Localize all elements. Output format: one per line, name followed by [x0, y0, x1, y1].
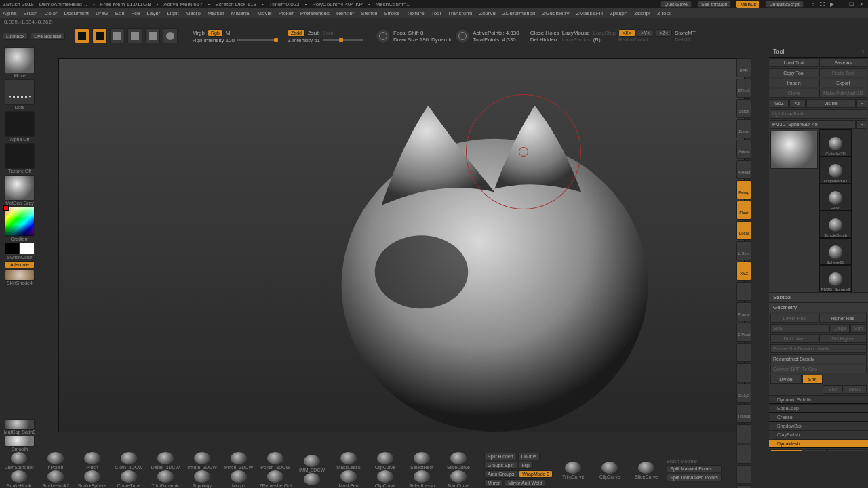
close-icon[interactable]: ✕ [857, 1, 865, 7]
brush-zremeshergui[interactable]: ZRemesherGui [259, 483, 291, 488]
vicon-local[interactable]: Local [736, 221, 751, 240]
liveboolean-button[interactable]: Live Boolean [31, 33, 64, 40]
closeholes-button[interactable]: Close Holes [530, 30, 559, 36]
menu-brush[interactable]: Brush [23, 10, 37, 16]
menu-zscript[interactable]: Zscript [634, 10, 650, 16]
menu-layer[interactable]: Layer [146, 10, 160, 16]
storemt-button[interactable]: StoreMT [675, 30, 696, 36]
vicon-xyz[interactable]: XYZ [736, 262, 751, 281]
flip-button[interactable]: Flip [519, 462, 533, 469]
clone-button[interactable]: Clone [770, 89, 818, 98]
suv-button[interactable]: Suv [823, 385, 843, 394]
reuv-button[interactable]: ReUV [844, 385, 867, 394]
sdiv-slider[interactable]: SDiv [770, 324, 830, 333]
vicon-scroll[interactable]: Scroll [736, 99, 751, 118]
switchcolor-label[interactable]: SwitchColor [7, 255, 32, 260]
goz-r-button[interactable]: R [856, 99, 867, 108]
divide-button[interactable]: Divide [770, 375, 802, 384]
max-icon[interactable]: ☐ [848, 1, 856, 7]
vicon-blank[interactable] [736, 282, 751, 301]
del-higher-button[interactable]: Del Higher [819, 334, 867, 343]
import-button[interactable]: Import [770, 79, 818, 87]
vicon-actual[interactable]: Actual [736, 140, 751, 159]
vicon-blank[interactable] [736, 343, 751, 362]
wrapmode-button[interactable]: WrapMode 0 [519, 470, 553, 478]
dynamesh-button[interactable]: DynaMesh [770, 449, 803, 451]
splithidden-button[interactable]: Split Hidden [484, 453, 517, 460]
rgb-intensity-slider[interactable] [237, 39, 278, 41]
brush-snakesphere[interactable]: SnakeSphere [78, 483, 106, 488]
goz-button[interactable]: GoZ [770, 99, 789, 108]
menu-material[interactable]: Material [231, 10, 250, 16]
smt2-button[interactable]: Smt [802, 375, 823, 384]
active-tool-thumbnail[interactable] [770, 131, 818, 169]
geometry-section[interactable]: Geometry [769, 302, 868, 312]
menu-alpha[interactable]: Alpha [3, 10, 16, 16]
menu-render[interactable]: Render [336, 10, 354, 16]
dynamic-label[interactable]: Dynamic [431, 37, 452, 43]
stroke-preview[interactable] [5, 79, 35, 105]
brush-snakehook2[interactable]: SnakeHook2 [42, 483, 69, 488]
brush-snakehook[interactable]: SnakeHook [7, 483, 31, 488]
saveas-button[interactable]: Save As [819, 58, 868, 67]
menu-transform[interactable]: Transform [448, 10, 472, 16]
gizmo-icon[interactable] [163, 28, 178, 43]
double-button[interactable]: Double [518, 453, 540, 460]
groupssplit-button[interactable]: Groups Split [484, 462, 517, 469]
clipcurve-button[interactable]: ClipCurve [599, 474, 620, 479]
vicon-floor[interactable]: Floor [736, 201, 751, 220]
menu-zdeformation[interactable]: ZDeformation [502, 10, 535, 16]
vicon-l-sym[interactable]: L.Sym [736, 241, 751, 260]
menu-color[interactable]: Color [44, 10, 57, 16]
subtool-section[interactable]: Subtool [769, 292, 868, 302]
brush-preview[interactable] [5, 47, 35, 73]
brush-pinch[interactable]: Pinch [86, 465, 98, 470]
quicksave-button[interactable]: QuickSave [660, 1, 692, 8]
menu-stencil[interactable]: Stencil [361, 10, 377, 16]
lightbox-tools-button[interactable]: Lightbox▸Tools [770, 109, 867, 119]
tool-name-field[interactable]: PM3D_Sphere3D. 49 [770, 120, 856, 129]
ysym-button[interactable]: >Y< [637, 29, 654, 37]
menu-preferences[interactable]: Preferences [300, 10, 330, 16]
edgeloop-section[interactable]: EdgeLoop [769, 404, 868, 413]
del-lower-button[interactable]: Del Lower [770, 334, 818, 343]
expand-icon[interactable]: ⛶ [818, 1, 827, 7]
menu-zmask&fill[interactable]: ZMask&Fill [576, 10, 603, 16]
vicon-spix-3[interactable]: SPix 3 [736, 79, 751, 98]
brush-cloth_3dcw[interactable]: Cloth_3DCW [115, 465, 143, 470]
menus-toggle[interactable]: Menus [736, 1, 760, 8]
brush-masklasso[interactable]: MaskLasso [336, 465, 360, 470]
export-button[interactable]: Export [819, 79, 868, 87]
zadd-button[interactable]: Zadd [288, 29, 305, 37]
vicon-blank[interactable] [736, 424, 751, 443]
smt-button[interactable]: Smt [850, 324, 867, 333]
polish-button[interactable]: Polish [827, 449, 867, 451]
higher-res-button[interactable]: Higher Res [819, 314, 867, 323]
brush-imm_3dcw[interactable]: IMM_3DCW [299, 468, 325, 472]
zsub-label[interactable]: Zsub [308, 30, 320, 36]
tool-polymesh3d[interactable]: PolyMesh3D [819, 157, 852, 184]
alternate-button[interactable]: Alternate [5, 261, 35, 268]
scale-icon[interactable] [127, 28, 142, 43]
dynamesh-section[interactable]: DynaMesh [769, 439, 868, 448]
foreground-background-swatch[interactable] [5, 243, 35, 255]
vicon-bpr[interactable]: BPR [736, 58, 751, 77]
brush-clipcurve[interactable]: ClipCurve [375, 465, 396, 470]
brush-polish_3dcw[interactable]: Polish_3DCW [260, 465, 290, 470]
delhidden-button[interactable]: Del Hidden [530, 37, 559, 43]
brush-selectlasso[interactable]: SelectLasso [409, 483, 435, 488]
m-label[interactable]: M [226, 30, 231, 36]
menu-zplugin[interactable]: Zplugin [610, 10, 627, 16]
menu-ztool[interactable]: ZTool [657, 10, 671, 16]
menu-zcurve[interactable]: Zcurve [479, 10, 495, 16]
skinshade-swatch[interactable] [5, 270, 35, 281]
splitunmasked-button[interactable]: Split Unmasked Points [667, 474, 721, 481]
crease-section[interactable]: Crease [769, 413, 868, 422]
brush-trimdynamic[interactable]: TrimDynamic [152, 483, 180, 488]
rgb-button[interactable]: Rgb [208, 29, 223, 37]
mrgb-label[interactable]: Mrgb [193, 30, 205, 36]
delmt-button[interactable]: DelMT [675, 37, 696, 43]
lightbox-button[interactable]: LightBox [3, 33, 28, 40]
size-dial-icon[interactable] [455, 28, 470, 43]
reconstruct-button[interactable]: Reconstruct Subdiv [770, 354, 867, 363]
